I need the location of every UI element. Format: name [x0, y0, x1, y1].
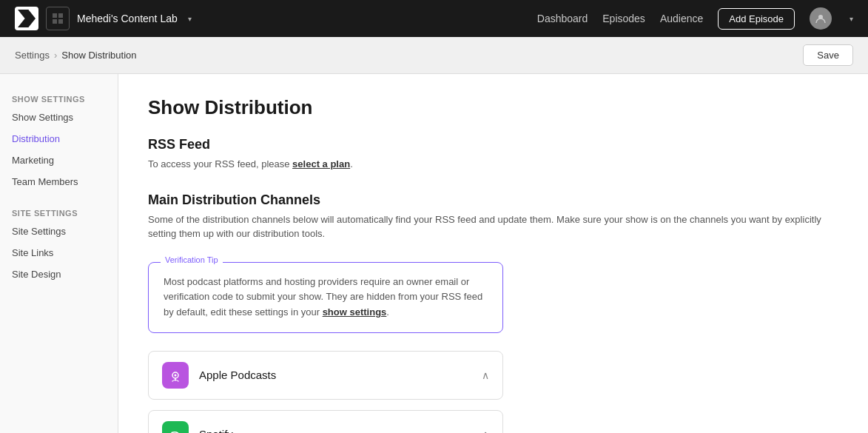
sidebar-show-settings-group-label: Show Settings [0, 89, 118, 107]
save-button[interactable]: Save [803, 44, 853, 66]
avatar-icon [815, 13, 827, 24]
svg-rect-0 [53, 13, 57, 18]
breadcrumb-bar: Settings › Show Distribution Save [0, 37, 868, 74]
apple-podcasts-svg [167, 367, 184, 383]
distribution-channels-desc: Some of the distribution channels below … [148, 212, 838, 241]
audience-nav-link[interactable]: Audience [660, 13, 703, 24]
sidebar-site-settings-group-label: Site Settings [0, 203, 118, 221]
tip-text: Most podcast platforms and hosting provi… [164, 275, 488, 320]
sidebar-item-marketing[interactable]: Marketing [0, 150, 118, 171]
top-navigation: Mehedi's Content Lab ▾ Dashboard Episode… [0, 0, 868, 37]
rss-feed-desc: To access your RSS feed, please select a… [148, 157, 838, 172]
breadcrumb-settings-link[interactable]: Settings [15, 50, 50, 61]
sidebar-item-site-design[interactable]: Site Design [0, 264, 118, 285]
show-name: Mehedi's Content Lab [77, 13, 178, 24]
svg-rect-1 [58, 13, 63, 18]
apple-podcasts-header[interactable]: Apple Podcasts ∧ [149, 352, 502, 399]
logo-primary[interactable] [15, 7, 38, 30]
sidebar-item-show-settings[interactable]: Show Settings [0, 107, 118, 128]
svg-point-7 [175, 374, 177, 376]
apple-podcasts-card: Apple Podcasts ∧ [148, 351, 503, 400]
breadcrumb-current: Show Distribution [61, 50, 136, 61]
apple-podcasts-icon [162, 362, 189, 389]
apple-podcasts-chevron-icon[interactable]: ∧ [482, 369, 489, 381]
topnav-right: Dashboard Episodes Audience Add Episode … [537, 7, 853, 30]
select-plan-link[interactable]: select a plan [292, 158, 350, 169]
show-settings-link[interactable]: show settings [323, 306, 387, 318]
sidebar-item-site-links[interactable]: Site Links [0, 242, 118, 264]
sidebar: Show Settings Show Settings Distribution… [0, 74, 118, 433]
spotify-icon [162, 421, 189, 433]
distribution-channels-heading: Main Distribution Channels [148, 192, 838, 208]
sidebar-item-site-settings[interactable]: Site Settings [0, 221, 118, 242]
distribution-channels-section: Main Distribution Channels Some of the d… [148, 192, 838, 241]
topnav-left: Mehedi's Content Lab ▾ [15, 7, 192, 30]
page-title: Show Distribution [148, 96, 838, 119]
main-layout: Show Settings Show Settings Distribution… [0, 74, 868, 433]
logo-shape [18, 10, 36, 27]
tip-label: Verification Tip [161, 255, 223, 264]
apple-podcasts-name: Apple Podcasts [199, 369, 276, 381]
spotify-chevron-icon[interactable]: ∧ [482, 429, 489, 433]
rss-feed-section: RSS Feed To access your RSS feed, please… [148, 137, 838, 172]
logo-secondary-icon [51, 12, 64, 25]
spotify-left: Spotify [162, 421, 233, 433]
logo-secondary[interactable] [46, 7, 70, 30]
main-content: Show Distribution RSS Feed To access you… [118, 74, 868, 433]
rss-feed-heading: RSS Feed [148, 137, 838, 152]
spotify-header[interactable]: Spotify ∧ [149, 411, 502, 433]
spotify-svg [167, 426, 184, 433]
spotify-card: Spotify ∧ [148, 410, 503, 433]
breadcrumb-separator: › [54, 50, 57, 61]
dashboard-nav-link[interactable]: Dashboard [537, 13, 588, 24]
show-name-chevron-icon[interactable]: ▾ [188, 15, 192, 23]
svg-rect-2 [53, 19, 57, 24]
breadcrumb: Settings › Show Distribution [15, 50, 136, 61]
avatar[interactable] [810, 7, 832, 30]
svg-rect-3 [58, 19, 63, 24]
add-episode-button[interactable]: Add Episode [718, 8, 795, 30]
apple-podcasts-left: Apple Podcasts [162, 362, 276, 389]
verification-tip-box: Verification Tip Most podcast platforms … [148, 262, 503, 333]
episodes-nav-link[interactable]: Episodes [602, 13, 645, 24]
spotify-name: Spotify [199, 428, 233, 433]
sidebar-item-distribution[interactable]: Distribution [0, 128, 118, 150]
avatar-chevron-icon[interactable]: ▾ [850, 15, 853, 23]
sidebar-item-team-members[interactable]: Team Members [0, 171, 118, 192]
